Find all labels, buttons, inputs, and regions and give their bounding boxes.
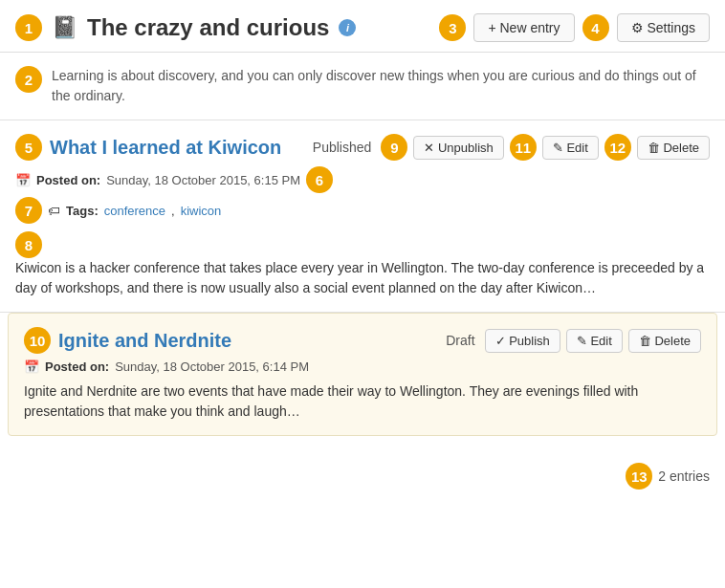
posted-row: 📅 Posted on: Sunday, 18 October 2015, 6:… (15, 166, 710, 193)
status-label-draft: Draft (446, 333, 474, 348)
page-title: The crazy and curious (87, 14, 329, 41)
entry-title-area-draft: 10 Ignite and Nerdnite (24, 327, 231, 354)
page-footer: 13 2 entries (0, 453, 725, 499)
step-badge-7: 7 (15, 197, 42, 224)
edit-button[interactable]: ✎ Edit (542, 136, 599, 160)
entry-meta: 📅 Posted on: Sunday, 18 October 2015, 6:… (15, 166, 710, 224)
info-icon[interactable]: i (339, 19, 356, 36)
description-area: 2 Learning is about discovery, and you c… (0, 53, 725, 120)
publish-button[interactable]: ✓ Publish (485, 329, 560, 353)
calendar-icon: 📅 (15, 173, 31, 187)
book-icon: 📓 (52, 15, 77, 40)
entry-count: 2 entries (658, 468, 710, 484)
step-badge-9: 9 (381, 134, 407, 161)
step-badge-5: 5 (15, 134, 42, 161)
entry-excerpt-area: 8 Kiwicon is a hacker conference that ta… (15, 231, 710, 298)
entry-item: 5 What I learned at Kiwicon Published 9 … (0, 120, 725, 313)
entries-container: 5 What I learned at Kiwicon Published 9 … (0, 120, 725, 453)
new-entry-button[interactable]: + New entry (473, 13, 574, 42)
delete-button-draft[interactable]: 🗑 Delete (628, 329, 701, 353)
entry-meta-draft: 📅 Posted on: Sunday, 18 October 2015, 6:… (24, 359, 701, 374)
step-badge-8: 8 (15, 231, 42, 258)
posted-row-draft: 📅 Posted on: Sunday, 18 October 2015, 6:… (24, 359, 701, 374)
entry-actions-draft: Draft ✓ Publish ✎ Edit 🗑 Delete (446, 329, 701, 353)
entry-title[interactable]: What I learned at Kiwicon (50, 137, 281, 159)
entry-excerpt: Kiwicon is a hacker conference that take… (15, 258, 710, 298)
step-badge-3: 3 (439, 14, 466, 41)
unpublish-button[interactable]: ✕ Unpublish (413, 136, 503, 160)
entry-header: 5 What I learned at Kiwicon Published 9 … (15, 134, 710, 161)
page-header: 1 📓 The crazy and curious i 3 + New entr… (0, 0, 725, 53)
calendar-icon-draft: 📅 (24, 359, 39, 374)
entry-header-draft: 10 Ignite and Nerdnite Draft ✓ Publish ✎… (24, 327, 701, 354)
posted-value-draft: Sunday, 18 October 2015, 6:14 PM (115, 359, 309, 374)
tag-kiwicon[interactable]: kiwicon (181, 204, 222, 218)
step-badge-10: 10 (24, 327, 51, 354)
tag-conference[interactable]: conference (104, 204, 165, 218)
step-badge-4: 4 (582, 14, 609, 41)
tag-separator: , (171, 204, 175, 218)
tags-label: Tags: (66, 204, 99, 218)
step-badge-6: 6 (306, 166, 333, 193)
step-badge-11: 11 (510, 134, 537, 161)
tag-icon: 🏷 (48, 204, 60, 218)
delete-button[interactable]: 🗑 Delete (637, 136, 710, 160)
tags-row: 7 🏷 Tags: conference, kiwicon (15, 197, 710, 224)
status-label: Published (313, 140, 372, 155)
entry-item-draft: 10 Ignite and Nerdnite Draft ✓ Publish ✎… (8, 313, 717, 436)
blog-description: Learning is about discovery, and you can… (52, 66, 710, 106)
posted-value: Sunday, 18 October 2015, 6:15 PM (106, 173, 300, 187)
posted-label: Posted on: (36, 173, 100, 187)
entry-title-draft[interactable]: Ignite and Nerdnite (58, 330, 231, 352)
entry-title-area: 5 What I learned at Kiwicon (15, 134, 281, 161)
header-left: 1 📓 The crazy and curious i (15, 14, 356, 41)
entry-actions: Published 9 ✕ Unpublish 11 ✎ Edit 12 🗑 D… (313, 134, 710, 161)
entry-excerpt-draft: Ignite and Nerdnite are two events that … (24, 381, 701, 422)
step-badge-12: 12 (604, 134, 631, 161)
edit-button-draft[interactable]: ✎ Edit (566, 329, 623, 353)
posted-label-draft: Posted on: (45, 359, 109, 374)
settings-button[interactable]: ⚙ Settings (617, 13, 710, 42)
header-right: 3 + New entry 4 ⚙ Settings (439, 13, 710, 42)
step-badge-13: 13 (626, 463, 652, 490)
step-badge-1: 1 (15, 14, 42, 41)
step-badge-2: 2 (15, 66, 42, 93)
